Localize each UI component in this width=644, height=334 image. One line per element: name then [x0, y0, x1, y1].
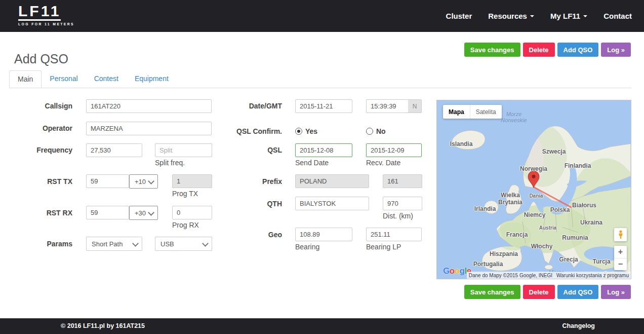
- caret-down-icon: [583, 15, 587, 17]
- map-data-credit: Dane do Mapy ©2015 Google, INEGI: [469, 273, 552, 278]
- radio-no-input[interactable]: [366, 128, 373, 135]
- qth-label: QTH: [223, 200, 282, 208]
- delete-button-bottom[interactable]: Delete: [523, 285, 555, 299]
- date-input[interactable]: [295, 99, 352, 113]
- rst-tx-offset-select-wrap: +10: [129, 174, 158, 189]
- prefix-country-input: [295, 174, 369, 188]
- nav-item-contact[interactable]: Contact: [603, 12, 632, 20]
- pegman-icon: [618, 230, 624, 239]
- actions-top: Save changes Delete Add QSO Log »: [464, 43, 631, 57]
- tab-bar: Main Personal Contest Equipment: [9, 70, 631, 88]
- zoom-out-button[interactable]: −: [614, 258, 627, 271]
- split-freq-help: Split freq.: [155, 159, 185, 167]
- prefix-code-input: [383, 174, 422, 188]
- add-qso-button-bottom[interactable]: Add QSO: [557, 285, 599, 299]
- delete-button[interactable]: Delete: [523, 43, 555, 57]
- map-type-switcher: Mapa Satelita: [443, 105, 502, 119]
- log-button[interactable]: Log »: [601, 43, 631, 57]
- tab-personal[interactable]: Personal: [42, 70, 86, 88]
- logo-subtitle: LOG FOR 11 METERS: [18, 22, 74, 26]
- rst-rx-input[interactable]: [86, 206, 129, 219]
- map-attribution: Dane do Mapy ©2015 Google, INEGI Warunki…: [467, 272, 631, 279]
- path-select-wrap: Short Path: [86, 237, 142, 251]
- logo-title: LF11: [18, 4, 74, 19]
- callsign-input[interactable]: [86, 99, 212, 113]
- add-qso-button[interactable]: Add QSO: [557, 43, 599, 57]
- qsl-confirm-no-radio[interactable]: No: [366, 127, 386, 135]
- nav-links: Cluster Resources My LF11 Contact: [446, 0, 632, 32]
- tab-equipment[interactable]: Equipment: [127, 70, 177, 88]
- split-freq-input[interactable]: [155, 143, 212, 157]
- google-map[interactable]: Morze NorweskieIslandiaSzwecjaFinlandiaN…: [436, 100, 631, 279]
- rst-rx-offset-select[interactable]: +30: [129, 206, 158, 220]
- bearing-input[interactable]: [295, 228, 352, 241]
- prog-rx-help: Prog RX: [172, 221, 199, 229]
- qsl-recv-date-input[interactable]: [366, 143, 422, 157]
- prog-tx-input: [172, 174, 212, 188]
- qth-input[interactable]: [295, 197, 369, 210]
- changelog-link[interactable]: Changelog: [562, 322, 595, 329]
- save-changes-button[interactable]: Save changes: [464, 43, 520, 57]
- qsl-send-date-input[interactable]: [295, 143, 352, 157]
- recv-date-help: Recv. Date: [366, 159, 400, 167]
- path-select[interactable]: Short Path: [86, 237, 142, 251]
- page: LF11 LOG FOR 11 METERS Cluster Resources…: [0, 0, 644, 334]
- params-label: Params: [14, 240, 72, 248]
- satellite-button[interactable]: Satelita: [470, 105, 502, 119]
- pegman-control[interactable]: [614, 228, 627, 241]
- date-gmt-label: Date/GMT: [223, 102, 282, 110]
- nav-item-my-lf11[interactable]: My LF11: [550, 12, 587, 20]
- footer: © 2016 LF11.pl by 161AT215 Changelog: [0, 318, 644, 334]
- prefix-label: Prefix: [223, 177, 282, 186]
- qsl-confirm-label: QSL Confirm.: [223, 127, 282, 136]
- operator-input[interactable]: [86, 122, 212, 135]
- time-input[interactable]: [366, 99, 409, 113]
- prog-tx-help: Prog TX: [172, 190, 198, 198]
- prog-rx-input[interactable]: [172, 206, 212, 219]
- navbar: LF11 LOG FOR 11 METERS Cluster Resources…: [0, 0, 644, 32]
- rst-tx-label: RST TX: [14, 177, 72, 186]
- frequency-label: Frequency: [14, 146, 72, 155]
- bearing-lp-help: Bearing LP: [366, 243, 401, 251]
- qsl-label: QSL: [223, 146, 282, 155]
- tab-main[interactable]: Main: [9, 70, 42, 88]
- rst-rx-label: RST RX: [14, 209, 72, 217]
- map-button[interactable]: Mapa: [443, 105, 470, 119]
- nav-item-cluster[interactable]: Cluster: [446, 12, 472, 20]
- logo-divider: [18, 19, 61, 21]
- send-date-help: Send Date: [295, 159, 329, 167]
- geo-label: Geo: [223, 231, 282, 239]
- mode-select[interactable]: USB: [155, 237, 212, 251]
- map-zoom-control: + −: [614, 246, 627, 270]
- nav-item-resources[interactable]: Resources: [488, 12, 534, 20]
- bearing-lp-input[interactable]: [366, 228, 422, 241]
- zoom-in-button[interactable]: +: [614, 246, 627, 258]
- bearing-help: Bearing: [295, 243, 319, 251]
- distance-input[interactable]: [383, 197, 422, 210]
- rst-rx-offset-select-wrap: +30: [129, 206, 158, 220]
- logo[interactable]: LF11 LOG FOR 11 METERS: [18, 4, 74, 26]
- rst-tx-offset-select[interactable]: +10: [129, 174, 158, 189]
- rst-tx-input[interactable]: [86, 174, 129, 188]
- time-addon[interactable]: N: [408, 99, 422, 113]
- map-terms-link[interactable]: Warunki korzystania z programu: [556, 273, 629, 278]
- actions-bottom: Save changes Delete Add QSO Log »: [464, 285, 631, 299]
- tab-contest[interactable]: Contest: [86, 70, 127, 88]
- map-canvas: [437, 100, 631, 279]
- save-changes-button-bottom[interactable]: Save changes: [464, 285, 520, 299]
- copyright-text: © 2016 LF11.pl by 161AT215: [61, 322, 145, 329]
- page-title: Add QSO: [14, 52, 68, 66]
- frequency-input[interactable]: [86, 143, 142, 157]
- callsign-label: Callsign: [14, 102, 72, 110]
- caret-down-icon: [530, 15, 534, 17]
- radio-yes-input[interactable]: [295, 128, 302, 135]
- mode-select-wrap: USB: [155, 237, 212, 251]
- distance-help: Dist. (km): [383, 212, 413, 220]
- qsl-confirm-yes-radio[interactable]: Yes: [295, 127, 317, 135]
- operator-label: Operator: [14, 124, 72, 133]
- log-button-bottom[interactable]: Log »: [601, 285, 631, 299]
